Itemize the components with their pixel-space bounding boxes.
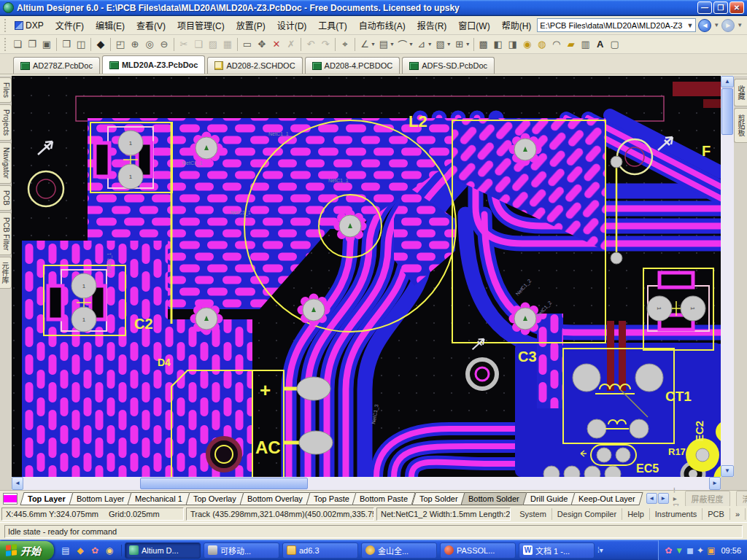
deselect-all-button[interactable]: ✗ <box>284 37 298 52</box>
dropdown-caret-icon[interactable]: ▼ <box>371 42 376 47</box>
vertical-scrollbar[interactable]: ▲ ▼ <box>721 76 734 477</box>
clear-mask-button[interactable]: 清除 <box>736 491 747 507</box>
menu-view[interactable]: 查看(V) <box>131 17 171 34</box>
scroll-track[interactable] <box>721 136 734 465</box>
tray-volume-icon[interactable]: ✦ <box>697 545 704 556</box>
taskbar-app-passol[interactable]: PASSOL... <box>440 542 516 559</box>
pcb-editor-canvas[interactable]: 1 1 <box>12 76 721 477</box>
clear-filter-button[interactable]: ✕ <box>269 37 284 52</box>
copy-button[interactable]: ❑ <box>191 37 206 52</box>
start-button[interactable]: 开始 <box>0 541 54 560</box>
panel-tab-projects[interactable]: Projects <box>0 104 12 141</box>
pcb-panels-button[interactable]: PCB <box>703 508 730 520</box>
zoom-selection-button[interactable]: ⊖ <box>157 37 171 52</box>
panel-tab-pcb-filter[interactable]: PCB Filter <box>0 212 12 256</box>
paste-array-button[interactable]: ▦ <box>220 37 235 52</box>
paste-recall-button[interactable]: ▧ <box>433 37 448 52</box>
menu-project[interactable]: 项目管理(C) <box>171 17 231 34</box>
zoom-window-button[interactable]: ◰ <box>113 37 128 52</box>
scroll-down-icon[interactable]: ▼ <box>721 465 734 477</box>
layer-tab-top-overlay[interactable]: Top Overlay <box>185 492 244 505</box>
quick-launch-browser-icon[interactable]: ◉ <box>104 545 115 556</box>
taskbar-app-altium[interactable]: Altium D... <box>125 542 201 559</box>
layer-tab-mechanical-1[interactable]: Mechanical 1 <box>128 492 190 505</box>
open-document-button[interactable]: ❐ <box>25 37 39 52</box>
menu-window[interactable]: 窗口(W) <box>452 17 495 34</box>
pad[interactable] <box>696 448 709 462</box>
doc-tab-mld20a-z3[interactable]: MLD20A-Z3.PcbDoc <box>102 55 206 74</box>
ring-pad[interactable] <box>468 359 497 389</box>
panel-tab-favorites[interactable]: 收藏 <box>734 79 747 106</box>
layer-tab-top-layer[interactable]: Top Layer <box>20 492 73 505</box>
device-view-button[interactable]: ◆ <box>93 37 108 52</box>
quick-launch-notes-icon[interactable]: ▤ <box>60 545 71 556</box>
help-panels-button[interactable]: Help <box>622 508 650 520</box>
dropdown-caret-icon[interactable]: ▼ <box>409 42 414 47</box>
via[interactable] <box>509 303 542 335</box>
tray-av-icon[interactable]: ✿ <box>665 545 672 556</box>
menu-autoroute[interactable]: 自动布线(A) <box>353 17 411 34</box>
interactive-routing-button[interactable]: ∠ <box>357 37 372 52</box>
horizontal-scrollbar[interactable]: ◄ ► <box>12 477 721 490</box>
layer-sets-button[interactable]: ▤ <box>376 37 391 52</box>
doc-tab-ad208-2[interactable]: AD208-2.SCHDOC <box>207 57 302 74</box>
vertical-scroll-thumb[interactable] <box>721 88 733 135</box>
undo-button[interactable]: ↶ <box>303 37 318 52</box>
place-region-button[interactable]: ▢ <box>608 37 622 52</box>
via[interactable] <box>509 133 542 166</box>
find-similar-button[interactable]: ⌖ <box>338 37 352 52</box>
panel-tab-component-library[interactable]: 元件库 <box>0 257 12 289</box>
measure-button[interactable]: ⊿ <box>414 37 429 52</box>
horizontal-scroll-thumb[interactable] <box>140 478 308 489</box>
taskbar-app-ad63-folder[interactable]: ad6.3 <box>282 542 358 559</box>
forward-dropdown-icon[interactable]: ▼ <box>737 22 743 28</box>
design-compiler-panels-button[interactable]: Design Compiler <box>552 508 622 520</box>
menu-file[interactable]: 文件(F) <box>50 17 90 34</box>
menu-help[interactable]: 帮助(H) <box>496 17 538 34</box>
ct1-pad[interactable] <box>630 419 649 438</box>
scroll-track[interactable] <box>309 477 709 490</box>
layer-tab-top-paste[interactable]: Top Paste <box>306 492 357 505</box>
back-dropdown-icon[interactable]: ▼ <box>713 22 719 28</box>
grid-settings-button[interactable]: ⊞ <box>452 37 467 52</box>
place-component-button[interactable]: ◧ <box>491 37 506 52</box>
zoom-document-button[interactable]: ◎ <box>142 37 157 52</box>
more-panels-button[interactable]: » <box>730 508 746 520</box>
place-part-button[interactable]: ◨ <box>506 37 520 52</box>
taskbar-chevron-icon[interactable]: ⁞▾ <box>597 546 603 554</box>
via[interactable] <box>190 303 223 335</box>
scroll-right-icon[interactable]: ► <box>709 477 721 490</box>
pad[interactable] <box>611 252 622 264</box>
taskbar-app-removable-disk[interactable]: 可移动... <box>204 542 279 559</box>
layer-scroll-right-icon[interactable]: ► <box>658 493 669 504</box>
new-document-button[interactable]: ❏ <box>10 37 25 52</box>
menu-place[interactable]: 放置(P) <box>231 17 271 34</box>
layer-tab-top-solder[interactable]: Top Solder <box>411 492 465 505</box>
menu-tools[interactable]: 工具(T) <box>312 17 352 34</box>
panel-tab-clipboard[interactable]: 剪贴板 <box>734 108 747 143</box>
mounting-hole[interactable] <box>208 438 240 470</box>
instruments-panels-button[interactable]: Instruments <box>650 508 703 520</box>
oval-pad[interactable] <box>297 377 330 400</box>
cut-button[interactable]: ✂ <box>177 37 191 52</box>
close-button[interactable]: ✕ <box>729 1 744 14</box>
dropdown-caret-icon[interactable]: ▼ <box>390 42 395 47</box>
tray-network-icon[interactable]: ◼ <box>686 545 694 556</box>
address-combobox[interactable]: E:\PCB Files\data\MLD20A\MLD20A-Z3▼ <box>537 18 696 32</box>
dropdown-caret-icon[interactable]: ▼ <box>465 42 471 47</box>
print-preview-button[interactable]: ◫ <box>74 37 88 52</box>
layer-tab-drill-guide[interactable]: Drill Guide <box>522 492 576 505</box>
doc-tab-ad278z[interactable]: AD278Z.PcbDoc <box>13 57 100 74</box>
place-via-button[interactable]: ◍ <box>535 37 549 52</box>
doc-tab-ad208-4[interactable]: AD208-4.PCBDOC <box>305 57 400 74</box>
system-panels-button[interactable]: System <box>514 508 552 520</box>
place-arc-button[interactable]: ◠ <box>549 37 564 52</box>
ct1-pad[interactable] <box>587 419 606 438</box>
forward-button[interactable]: ► <box>721 19 735 32</box>
place-array-button[interactable]: ▥ <box>578 37 593 52</box>
panel-tab-files[interactable]: Files <box>0 77 12 103</box>
ct1-pad[interactable] <box>573 364 600 392</box>
doc-tab-adfs-sd[interactable]: ADFS-SD.PcbDoc <box>402 57 495 74</box>
quick-launch-media-icon[interactable]: ◆ <box>74 545 86 556</box>
via[interactable] <box>298 294 330 327</box>
